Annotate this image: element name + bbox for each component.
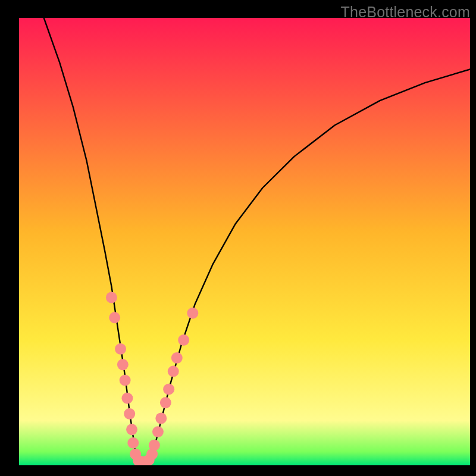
data-marker [117,359,129,370]
data-marker [155,413,167,424]
data-marker [171,352,183,364]
data-marker [109,312,120,323]
data-marker [168,366,179,377]
bottleneck-chart [0,0,476,476]
data-marker [152,426,164,437]
plot-area [19,18,470,467]
data-marker [126,424,137,435]
watermark-label: TheBottleneck.com [341,4,470,21]
data-marker [124,408,135,419]
data-marker [120,375,131,386]
data-marker [160,397,171,408]
data-marker [121,393,133,404]
data-marker [163,384,174,395]
data-marker [115,343,126,355]
data-marker [178,334,189,346]
chart-container: TheBottleneck.com [0,0,476,476]
chart-background [19,18,470,465]
data-marker [149,440,160,451]
data-marker [106,292,117,303]
data-marker [187,308,198,319]
data-marker [127,437,139,449]
